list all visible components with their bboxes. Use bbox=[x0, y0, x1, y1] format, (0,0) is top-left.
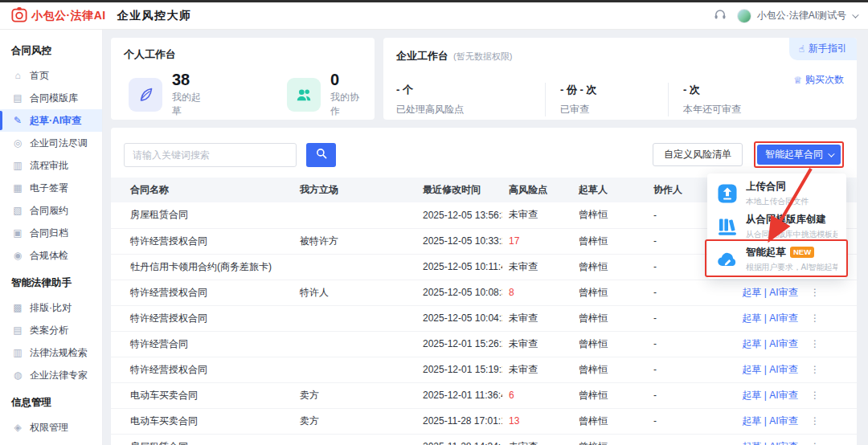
menu-item-subtitle: 本地上传合同文件 bbox=[746, 196, 809, 207]
sidebar-item-contract-template-library[interactable]: ▤ 合同模版库 bbox=[0, 87, 102, 109]
draft-ai-review-link[interactable]: 起草 | AI审查 bbox=[743, 415, 798, 427]
table-row[interactable]: 特许经营授权合同 2025-12-05 10:04:20 未审查 曾梓恒 - 起… bbox=[111, 305, 857, 331]
contract-name: 电动车买卖合同 bbox=[111, 408, 293, 434]
more-actions-icon[interactable] bbox=[810, 364, 820, 375]
draft-ai-review-link[interactable]: 起草 | AI审查 bbox=[743, 441, 798, 445]
drafter: 曾梓恒 bbox=[572, 382, 647, 408]
collaborator: - bbox=[647, 228, 711, 254]
sidebar-item-contract-performance[interactable]: ▧ 合同履约 bbox=[0, 199, 102, 222]
personal-stat: 0 我的协作 bbox=[287, 71, 362, 118]
more-actions-icon[interactable] bbox=[810, 415, 820, 427]
personal-workspace-title: 个人工作台 bbox=[124, 47, 362, 62]
sidebar-item-home[interactable]: ⌂ 首页 bbox=[0, 64, 102, 87]
draft-ai-review-link[interactable]: 起草 | AI审查 bbox=[743, 338, 798, 349]
col-drafter: 起草人 bbox=[572, 178, 647, 202]
sidebar-item-permission-management[interactable]: ◈ 权限管理 bbox=[0, 416, 102, 439]
modified-time: 2025-12-05 10:11:42 bbox=[416, 254, 502, 280]
table-row[interactable]: 特许经营合同 2025-12-01 15:26:27 未审查 曾梓恒 - 起草 … bbox=[111, 331, 857, 357]
more-actions-icon[interactable] bbox=[810, 287, 820, 298]
drafter: 曾梓恒 bbox=[572, 228, 647, 254]
account-menu[interactable]: 小包公·法律AI测试号 bbox=[737, 9, 857, 23]
risk-count: 未审查 bbox=[502, 357, 572, 382]
our-position: 被特许方 bbox=[293, 228, 416, 254]
more-actions-icon[interactable] bbox=[810, 441, 820, 445]
search-round-icon: ◎ bbox=[12, 137, 23, 149]
sidebar-item-law-regulation-search[interactable]: ▥ 法律法规检索 bbox=[0, 341, 102, 364]
dropdown-menu-item[interactable]: 上传合同 本地上传合同文件 bbox=[707, 177, 846, 210]
stat-value: 38 bbox=[172, 71, 203, 88]
collaborator: - bbox=[647, 382, 711, 408]
stat-value: 0 bbox=[330, 71, 362, 88]
table-row[interactable]: 特许经营授权合同 2025-12-01 15:19:29 未审查 曾梓恒 - 起… bbox=[111, 357, 857, 382]
expert-icon: ◍ bbox=[12, 369, 23, 381]
compliance-icon: ◉ bbox=[12, 250, 23, 261]
draft-ai-review-link[interactable]: 起草 | AI审查 bbox=[743, 287, 798, 298]
archive-icon: ▣ bbox=[12, 227, 23, 239]
col-contract-name: 合同名称 bbox=[111, 178, 293, 202]
col-high-risk: 高风险点 bbox=[502, 178, 572, 202]
more-actions-icon[interactable] bbox=[810, 390, 820, 401]
smart-draft-contract-button[interactable]: 智能起草合同 bbox=[757, 145, 841, 165]
sidebar-item-label: 权限管理 bbox=[30, 421, 68, 435]
sidebar-item-draft-ai-review[interactable]: ✎ 起草·AI审查 bbox=[0, 109, 102, 132]
contract-name: 房屋租赁合同 bbox=[111, 202, 293, 228]
avatar bbox=[737, 9, 751, 23]
table-row[interactable]: 电动车买卖合同 卖方 2025-12-01 11:36:46 6 曾梓恒 - 起… bbox=[111, 382, 857, 408]
our-position: 卖方 bbox=[293, 408, 416, 434]
compare-icon: ▩ bbox=[12, 302, 23, 313]
sidebar-item-enterprise-judicial-diligence[interactable]: ◎ 企业司法尽调 bbox=[0, 132, 102, 154]
draft-ai-review-link[interactable]: 起草 | AI审查 bbox=[743, 364, 798, 375]
sidebar-section-title: 智能法律助手 bbox=[0, 267, 102, 296]
sidebar-item-layout-compare[interactable]: ▩ 排版·比对 bbox=[0, 296, 102, 319]
headset-icon[interactable] bbox=[713, 7, 727, 25]
buy-credits-link[interactable]: 购买次数 bbox=[793, 73, 844, 87]
sidebar-item-contract-archive[interactable]: ▣ 合同归档 bbox=[0, 222, 102, 244]
quill-icon bbox=[129, 78, 162, 112]
sidebar-item-vip-plan[interactable]: ◇ VIP套餐 bbox=[0, 439, 102, 445]
chevron-down-icon bbox=[852, 11, 858, 18]
our-position bbox=[293, 357, 416, 382]
upload-icon bbox=[716, 182, 739, 205]
dropdown-menu-item[interactable]: 从合同模版库创建 从合同模版库中挑选模板起草 bbox=[707, 210, 846, 243]
sidebar-item-label: 合规体检 bbox=[30, 249, 68, 263]
menu-item-title: 智能起草 bbox=[746, 246, 786, 259]
sidebar-item-label: 首页 bbox=[30, 69, 49, 83]
beginner-guide-button[interactable]: 新手指引 bbox=[789, 38, 857, 60]
smart-draft-dropdown-menu: 上传合同 本地上传合同文件 从合同模版库创建 从合同模版库中挑选模板起草 智能起… bbox=[707, 174, 846, 279]
sidebar-item-similar-case-analysis[interactable]: ▤ 类案分析 bbox=[0, 319, 102, 341]
modified-time: 2025-11-28 14:34:49 bbox=[416, 434, 502, 445]
draft-ai-review-link[interactable]: 起草 | AI审查 bbox=[743, 390, 798, 401]
risk-count: 未审查 bbox=[502, 331, 572, 357]
drafter: 曾梓恒 bbox=[572, 357, 647, 382]
custom-risk-list-button[interactable]: 自定义风险清单 bbox=[653, 143, 743, 166]
template-library-icon bbox=[716, 215, 739, 238]
sidebar-item-label: 排版·比对 bbox=[30, 301, 72, 315]
search-button[interactable] bbox=[306, 143, 336, 167]
enterprise-stat: - 个 已处理高风险点 bbox=[396, 83, 545, 116]
sidebar-item-label: 电子签署 bbox=[30, 182, 68, 195]
menu-item-title: 上传合同 bbox=[746, 180, 786, 194]
search-input[interactable] bbox=[124, 143, 297, 167]
collaborator: - bbox=[647, 280, 711, 305]
sidebar-item-enterprise-legal-expert[interactable]: ◍ 企业法律专家 bbox=[0, 364, 102, 386]
contract-name: 特许经营授权合同 bbox=[111, 280, 293, 305]
dropdown-menu-item[interactable]: 智能起草 NEW 根据用户要求，AI智能起草 bbox=[707, 243, 846, 276]
drafter: 曾梓恒 bbox=[572, 254, 647, 280]
table-row[interactable]: 电动车买卖合同 卖方 2025-11-28 17:01:15 13 曾梓恒 - … bbox=[111, 408, 857, 434]
risk-count: 未审查 bbox=[502, 202, 572, 228]
sidebar-item-compliance-check[interactable]: ◉ 合规体检 bbox=[0, 244, 102, 267]
contract-name: 特许经营授权合同 bbox=[111, 228, 293, 254]
table-row[interactable]: 房屋租赁合同 2025-11-28 14:34:49 未审查 曾梓恒 - 起草 … bbox=[111, 434, 857, 445]
more-actions-icon[interactable] bbox=[810, 338, 820, 349]
sidebar-item-e-signature[interactable]: ▦ 电子签署 bbox=[0, 177, 102, 199]
logo[interactable]: 小包公·法律AI bbox=[11, 6, 106, 26]
stat-label: 本年还可审查 bbox=[683, 103, 741, 116]
table-row[interactable]: 特许经营授权合同 特许人 2025-12-05 10:08:36 8 曾梓恒 -… bbox=[111, 280, 857, 305]
sidebar-item-label: 合同履约 bbox=[30, 204, 68, 218]
risk-count: 17 bbox=[502, 228, 572, 254]
modified-time: 2025-12-01 15:26:27 bbox=[416, 331, 502, 357]
risk-count: 13 bbox=[502, 408, 572, 434]
draft-ai-review-link[interactable]: 起草 | AI审查 bbox=[743, 312, 798, 324]
sidebar-item-process-approval[interactable]: ▥ 流程审批 bbox=[0, 154, 102, 177]
more-actions-icon[interactable] bbox=[810, 312, 820, 324]
